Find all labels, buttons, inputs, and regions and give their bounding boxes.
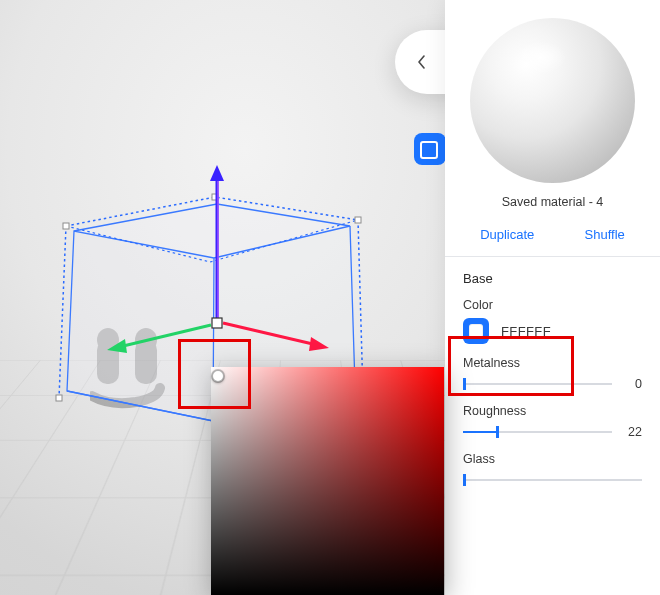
shuffle-button[interactable]: Shuffle <box>585 227 625 242</box>
tool-chip[interactable] <box>414 133 446 165</box>
material-name: Saved material - 4 <box>445 195 660 209</box>
metalness-slider[interactable] <box>463 376 612 392</box>
svg-marker-13 <box>210 165 224 181</box>
roughness-value: 22 <box>622 425 642 439</box>
material-panel: Saved material - 4 Duplicate Shuffle Bas… <box>445 0 660 595</box>
metalness-prop: Metalness 0 <box>463 356 642 392</box>
color-picker[interactable] <box>211 367 444 595</box>
base-section: Base Color FFFFFF Metalness 0 Roughness <box>445 257 660 488</box>
svg-rect-10 <box>56 395 62 401</box>
section-title-base: Base <box>463 271 642 286</box>
color-picker-cursor[interactable] <box>212 370 224 382</box>
color-swatch-button[interactable] <box>463 318 489 344</box>
svg-rect-7 <box>63 223 69 229</box>
metalness-label: Metalness <box>463 356 642 370</box>
glass-slider[interactable] <box>463 472 642 488</box>
color-hex-value[interactable]: FFFFFF <box>501 324 551 339</box>
svg-marker-5 <box>67 231 214 421</box>
duplicate-button[interactable]: Duplicate <box>480 227 534 242</box>
metalness-value: 0 <box>622 377 642 391</box>
glass-prop: Glass <box>463 452 642 488</box>
color-label: Color <box>463 298 642 312</box>
color-prop: Color FFFFFF <box>463 298 642 344</box>
roughness-slider[interactable] <box>463 424 612 440</box>
material-preview-sphere <box>470 18 635 183</box>
svg-rect-9 <box>355 217 361 223</box>
roughness-label: Roughness <box>463 404 642 418</box>
color-picker-sv-plane[interactable] <box>211 367 444 595</box>
svg-rect-8 <box>212 194 218 200</box>
chevron-left-icon <box>417 55 426 69</box>
roughness-prop: Roughness 22 <box>463 404 642 440</box>
glass-label: Glass <box>463 452 642 466</box>
